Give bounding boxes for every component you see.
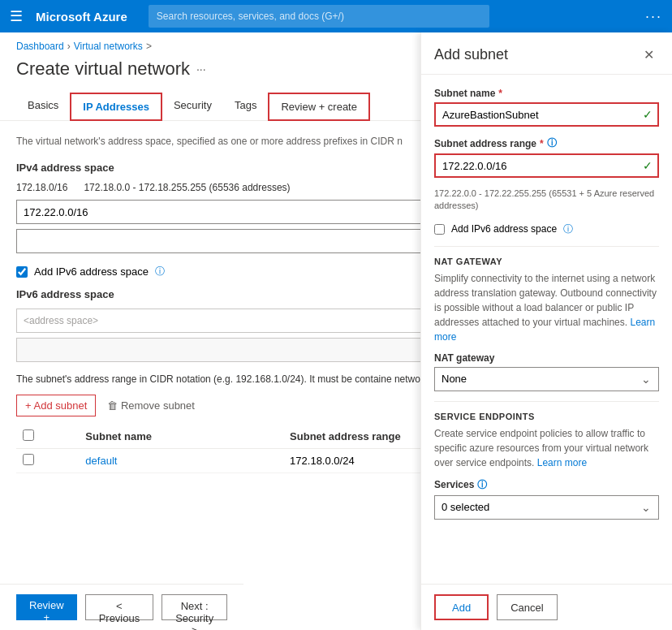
panel-ipv6-row: Add IPv6 address space ⓘ — [434, 222, 659, 236]
subnet-name-field: ✓ — [434, 102, 659, 127]
subnet-name-input[interactable] — [434, 102, 659, 127]
panel-footer: Add Cancel — [421, 584, 672, 630]
add-button[interactable]: Add — [434, 594, 489, 620]
review-create-button[interactable]: Review + create — [16, 594, 77, 620]
subnet-name-cell[interactable]: default — [79, 449, 283, 473]
page-title-options[interactable]: ··· — [196, 63, 206, 76]
row-checkbox[interactable] — [23, 454, 34, 465]
services-label: Services ⓘ — [434, 478, 659, 492]
nat-gateway-desc: Simplify connectivity to the internet us… — [434, 271, 659, 344]
check-icon2: ✓ — [643, 159, 653, 172]
bottom-bar: Review + create < Previous Next : Securi… — [0, 584, 243, 630]
services-select[interactable]: 0 selected — [434, 495, 659, 520]
required-marker: * — [498, 88, 502, 99]
services-select-wrapper: 0 selected — [434, 495, 659, 520]
panel-header: Add subnet ✕ — [421, 32, 672, 75]
add-subnet-panel: Add subnet ✕ Subnet name * ✓ Subnet addr… — [420, 32, 672, 630]
ipv4-address1: 172.18.0/16 — [16, 182, 67, 193]
service-endpoints-learn-link[interactable]: Learn more — [537, 457, 587, 468]
add-ipv6-checkbox[interactable] — [16, 266, 28, 278]
cancel-button[interactable]: Cancel — [497, 594, 557, 620]
nat-gateway-select-wrapper: None — [434, 367, 659, 391]
subnet-address-label: Subnet address range * ⓘ — [434, 136, 659, 150]
subnet-address-hint: 172.22.0.0 - 172.22.255.255 (65531 + 5 A… — [434, 188, 659, 213]
nat-gateway-label: NAT gateway — [434, 352, 659, 364]
previous-button[interactable]: < Previous — [85, 594, 154, 620]
subnet-address-input[interactable] — [434, 153, 659, 178]
panel-ipv6-info-icon[interactable]: ⓘ — [563, 222, 573, 236]
nat-gateway-select[interactable]: None — [434, 367, 659, 391]
ipv4-range1: 172.18.0.0 - 172.18.255.255 (65536 addre… — [84, 182, 290, 193]
tab-tags[interactable]: Tags — [223, 93, 268, 120]
remove-subnet-button[interactable]: 🗑 Remove subnet — [99, 395, 203, 416]
next-security-button[interactable]: Next : Security > — [162, 594, 227, 620]
subnet-name-label: Subnet name * — [434, 88, 659, 99]
panel-ipv6-label: Add IPv6 address space — [451, 223, 557, 235]
add-ipv6-label: Add IPv6 address space — [34, 265, 149, 278]
subnet-address-info-icon[interactable]: ⓘ — [547, 136, 557, 150]
tab-ip-addresses[interactable]: IP Addresses — [70, 93, 162, 121]
tab-security[interactable]: Security — [162, 93, 223, 120]
app-title: Microsoft Azure — [36, 10, 127, 24]
services-info-icon[interactable]: ⓘ — [477, 478, 487, 492]
select-all-checkbox[interactable] — [23, 429, 34, 441]
panel-content: Subnet name * ✓ Subnet address range * ⓘ… — [421, 75, 672, 584]
panel-close-button[interactable]: ✕ — [639, 45, 659, 64]
check-icon: ✓ — [643, 108, 653, 121]
subnet-address-field: ✓ — [434, 153, 659, 178]
divider1 — [434, 246, 659, 247]
tab-basics[interactable]: Basics — [16, 93, 70, 120]
hamburger-icon[interactable]: ☰ — [10, 7, 23, 25]
service-endpoints-desc: Create service endpoint policies to allo… — [434, 426, 659, 470]
page-title: Create virtual network — [16, 58, 190, 80]
tab-review-create[interactable]: Review + create — [268, 93, 370, 121]
nat-gateway-heading: NAT GATEWAY — [434, 257, 659, 266]
topbar: ☰ Microsoft Azure ··· — [0, 0, 672, 32]
divider2 — [434, 401, 659, 402]
panel-ipv6-checkbox[interactable] — [434, 224, 445, 235]
main-container: Dashboard › Virtual networks > Create vi… — [0, 32, 672, 630]
add-subnet-button[interactable]: + Add subnet — [16, 395, 96, 416]
breadcrumb-dashboard[interactable]: Dashboard — [16, 41, 64, 52]
breadcrumb-virtual-networks[interactable]: Virtual networks — [74, 41, 143, 52]
search-input[interactable] — [149, 5, 489, 28]
service-endpoints-heading: SERVICE ENDPOINTS — [434, 412, 659, 421]
col-subnet-name: Subnet name — [79, 425, 283, 449]
panel-title: Add subnet — [434, 46, 508, 63]
ipv6-info-icon[interactable]: ⓘ — [155, 265, 165, 278]
more-options-icon[interactable]: ··· — [645, 8, 662, 25]
required-marker2: * — [540, 138, 544, 149]
